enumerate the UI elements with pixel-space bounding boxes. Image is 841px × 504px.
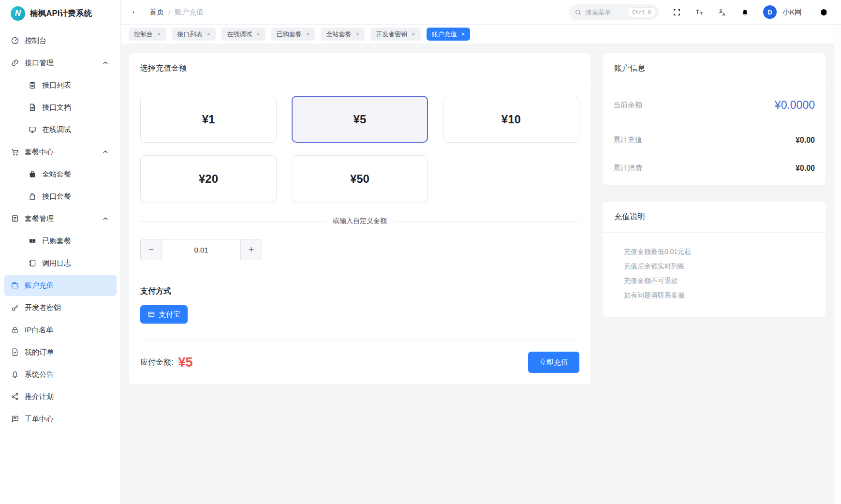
close-icon[interactable]: ×: [461, 31, 465, 37]
sidebar-item-label: 接口套餐: [42, 192, 71, 201]
balance-label: 当前余额: [613, 101, 642, 110]
translate-icon[interactable]: [718, 8, 727, 17]
close-icon[interactable]: ×: [355, 31, 359, 37]
sidebar-item-label: 账户充值: [25, 281, 54, 290]
link-icon: [11, 59, 19, 67]
divider: [140, 341, 579, 341]
close-icon[interactable]: ×: [306, 31, 310, 37]
sidebar-item-account-recharge[interactable]: 账户充值: [4, 275, 117, 296]
sidebar-item-api-list[interactable]: 接口列表: [4, 74, 117, 96]
account-row-total-spend: 累计消费 ¥0.00: [613, 154, 815, 182]
stepper-increase-button[interactable]: +: [240, 239, 262, 260]
sidebar-item-my-orders[interactable]: 我的订单: [4, 341, 117, 363]
sidebar-item-package-center[interactable]: 套餐中心: [4, 141, 117, 163]
sidebar-item-label: 开发者密钥: [25, 303, 61, 312]
amount-option-5[interactable]: ¥5: [292, 96, 428, 143]
sidebar-item-package-management[interactable]: 套餐管理: [4, 208, 117, 229]
shopping-bag-icon: [28, 192, 37, 201]
sidebar-item-api-docs[interactable]: 接口文档: [4, 97, 117, 118]
amount-option-20[interactable]: ¥20: [140, 155, 277, 202]
notifications-bell-icon[interactable]: [740, 8, 750, 17]
custom-amount-stepper: − 0.01 +: [140, 239, 262, 260]
tab-label: 已购套餐: [277, 30, 302, 39]
scrollbar[interactable]: [834, 25, 841, 504]
user-name[interactable]: 小K网: [782, 8, 802, 17]
sidebar-item-label: 在线调试: [42, 125, 71, 134]
payment-method-title: 支付方式: [140, 286, 579, 296]
alipay-button[interactable]: 支付宝: [140, 305, 188, 324]
menu-search[interactable]: Ctrl K: [569, 4, 659, 20]
sidebar-item-site-packages[interactable]: 全站套餐: [4, 163, 117, 185]
font-size-icon[interactable]: [695, 8, 704, 17]
app-logo-icon: N: [11, 6, 25, 21]
tab-strip: 控制台 × 接口列表 × 在线调试 × 已购套餐 × 全站套餐 × 开发者密钥 …: [121, 25, 841, 44]
sidebar-item-label: 接口列表: [42, 81, 71, 90]
sidebar-item-purchased-packages[interactable]: 已购套餐: [4, 230, 117, 252]
fullscreen-icon[interactable]: [672, 8, 681, 17]
sidebar-item-system-announcements[interactable]: 系统公告: [4, 364, 117, 385]
close-icon[interactable]: ×: [207, 31, 211, 37]
amount-options: ¥1 ¥5 ¥10 ¥20 ¥50: [140, 96, 579, 202]
divider: [140, 274, 579, 274]
breadcrumb-home[interactable]: 首页: [149, 8, 164, 17]
recharge-instructions-list: 充值金额最低0.01元起 充值后余额实时到账 充值金额不可退款 如有问题请联系客…: [603, 233, 826, 317]
sidebar-item-label: 我的订单: [25, 348, 54, 357]
search-icon: [575, 9, 582, 16]
sidebar-item-api-management[interactable]: 接口管理: [4, 52, 117, 74]
sidebar-item-online-debug[interactable]: 在线调试: [4, 119, 117, 140]
sidebar-item-label: 系统公告: [25, 370, 54, 379]
sidebar-item-label: 工单中心: [25, 415, 54, 424]
settings-gear-icon[interactable]: [819, 8, 828, 17]
sidebar-item-developer-keys[interactable]: 开发者密钥: [4, 297, 117, 318]
cart-icon: [11, 148, 19, 156]
amount-option-10[interactable]: ¥10: [443, 96, 579, 143]
tab-developer-keys[interactable]: 开发者密钥 ×: [370, 28, 421, 41]
clipboard-icon: [28, 81, 37, 89]
amount-option-50[interactable]: ¥50: [292, 155, 428, 202]
sidebar-item-label: 全站套餐: [42, 170, 71, 179]
balance-value: ¥0.0000: [775, 99, 815, 112]
recharge-footer: 应付金额: ¥5 立即充值: [140, 352, 579, 373]
sidebar-item-label: 套餐中心: [25, 148, 54, 157]
amount-option-1[interactable]: ¥1: [140, 96, 277, 143]
sidebar-item-label: 控制台: [25, 36, 46, 45]
tab-online-debug[interactable]: 在线调试 ×: [221, 28, 266, 41]
sidebar-item-api-packages[interactable]: 接口套餐: [4, 186, 117, 207]
sidebar-item-call-logs[interactable]: 调用日志: [4, 252, 117, 274]
custom-amount-divider: 或输入自定义金额: [140, 217, 579, 225]
recharge-now-button[interactable]: 立即充值: [528, 352, 579, 373]
search-input[interactable]: [586, 9, 623, 16]
sidebar-item-dashboard[interactable]: 控制台: [4, 30, 117, 51]
chevron-up-icon: [101, 148, 110, 156]
close-icon[interactable]: ×: [157, 31, 161, 37]
page-content: 选择充值金额 ¥1 ¥5 ¥10 ¥20 ¥50 或输入自定义金额 − 0.01…: [121, 44, 841, 504]
sidebar-nav: 控制台 接口管理 接口列表 接口文档 在线调试 套餐中心: [0, 27, 120, 432]
stepper-value[interactable]: 0.01: [162, 239, 240, 260]
tab-api-list[interactable]: 接口列表 ×: [172, 28, 216, 41]
chevron-up-icon: [101, 214, 110, 223]
payable-amount-label: 应付金额:: [140, 357, 173, 368]
stepper-decrease-button[interactable]: −: [141, 239, 162, 260]
lock-icon: [11, 326, 19, 334]
recharge-card: 选择充值金额 ¥1 ¥5 ¥10 ¥20 ¥50 或输入自定义金额 − 0.01…: [129, 53, 591, 385]
key-icon: [11, 303, 19, 312]
breadcrumb-current: 账户充值: [175, 8, 204, 17]
close-icon[interactable]: ×: [256, 31, 260, 37]
collapse-sidebar-icon[interactable]: [132, 8, 141, 17]
recharge-instructions-card: 充值说明 充值金额最低0.01元起 充值后余额实时到账 充值金额不可退款 如有问…: [603, 202, 826, 317]
search-shortcut-badge: Ctrl K: [627, 7, 656, 17]
sidebar-item-ticket-center[interactable]: 工单中心: [4, 408, 117, 430]
tab-account-recharge[interactable]: 账户充值 ×: [427, 28, 471, 41]
tab-site-packages[interactable]: 全站套餐 ×: [321, 28, 365, 41]
total-spend-label: 累计消费: [613, 163, 642, 173]
tab-purchased-packages[interactable]: 已购套餐 ×: [271, 28, 315, 41]
avatar[interactable]: D: [763, 5, 777, 19]
close-icon[interactable]: ×: [412, 31, 415, 37]
sidebar-item-label: 套餐管理: [25, 214, 54, 223]
recharge-card-title: 选择充值金额: [129, 53, 591, 84]
account-info-title: 账户信息: [603, 53, 826, 84]
sidebar-item-referral-program[interactable]: 推介计划: [4, 386, 117, 407]
sidebar-item-ip-whitelist[interactable]: IP白名单: [4, 319, 117, 341]
tab-dashboard[interactable]: 控制台 ×: [129, 28, 166, 41]
breadcrumb: 首页 / 账户充值: [149, 8, 204, 17]
